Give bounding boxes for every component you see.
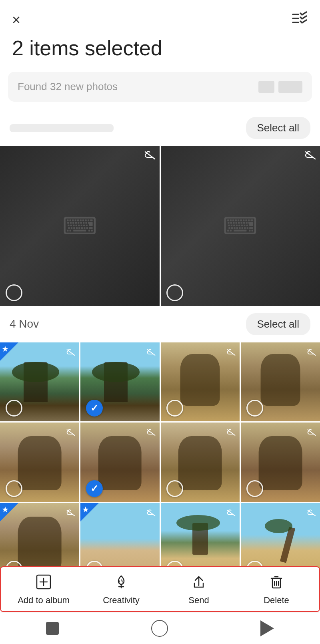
selection-circle[interactable] <box>166 400 183 417</box>
section-header-2: 4 Nov Select all <box>0 306 320 342</box>
creativity-button[interactable]: Creativity <box>82 574 160 606</box>
selection-circle[interactable] <box>6 480 22 497</box>
cloud-off-icon <box>147 346 156 359</box>
selection-circle[interactable] <box>86 400 103 417</box>
photo-cell[interactable] <box>161 423 240 502</box>
select-all-button-2[interactable]: Select all <box>246 313 311 335</box>
cloud-off-icon <box>66 346 75 359</box>
photo-cell[interactable] <box>0 423 79 502</box>
selection-circle[interactable] <box>166 480 183 497</box>
nav-back-button[interactable] <box>260 620 274 636</box>
nav-recents-button[interactable] <box>46 622 59 635</box>
action-bar: Add to album Creativity Send <box>0 566 320 612</box>
notification-text: Found 32 new photos <box>18 80 118 93</box>
nav-back-icon <box>260 620 274 636</box>
selection-circle[interactable] <box>6 284 22 301</box>
photo-cell[interactable] <box>241 423 320 502</box>
photo-grid-section-2 <box>0 342 320 582</box>
notif-icon-1 <box>258 81 274 93</box>
section-header-1: Select all <box>0 110 320 146</box>
cloud-off-icon <box>307 427 316 439</box>
section-date: 4 Nov <box>10 318 39 330</box>
checklist-icon[interactable] <box>291 11 308 29</box>
add-to-album-button[interactable]: Add to album <box>5 574 82 606</box>
photo-cell[interactable]: ⌨ <box>0 146 160 306</box>
blurred-date-label <box>10 124 114 132</box>
notification-icons <box>258 81 302 93</box>
cloud-off-icon <box>307 346 316 359</box>
selection-circle[interactable] <box>86 480 103 497</box>
cloud-off-icon <box>227 507 236 519</box>
delete-icon <box>269 574 284 592</box>
nav-circle-icon <box>151 620 168 637</box>
photo-cell[interactable] <box>80 342 160 422</box>
cloud-off-icon <box>144 150 156 163</box>
delete-button[interactable]: Delete <box>238 574 315 606</box>
send-button[interactable]: Send <box>160 574 238 606</box>
photo-cell[interactable] <box>161 342 240 422</box>
notification-banner: Found 32 new photos <box>8 72 312 102</box>
star-badge <box>80 503 99 521</box>
creativity-label: Creativity <box>103 595 140 606</box>
cloud-off-icon <box>305 150 316 163</box>
add-to-album-label: Add to album <box>18 595 70 606</box>
nav-square-icon <box>46 622 59 635</box>
cloud-off-icon <box>227 427 236 439</box>
cloud-off-icon <box>66 507 75 519</box>
close-button[interactable]: × <box>12 13 20 27</box>
notif-icon-2 <box>278 81 302 93</box>
selection-circle[interactable] <box>166 284 183 301</box>
add-to-album-icon <box>36 574 51 592</box>
page-title: 2 items selected <box>0 33 320 72</box>
nav-home-button[interactable] <box>151 620 168 637</box>
top-bar: × <box>0 0 320 33</box>
photo-cell[interactable] <box>241 342 320 422</box>
cloud-off-icon <box>147 427 156 439</box>
photo-grid-section-1: ⌨ ⌨ <box>0 146 320 306</box>
send-icon <box>191 574 206 592</box>
select-all-button-1[interactable]: Select all <box>246 117 311 139</box>
cloud-off-icon <box>227 346 236 359</box>
send-label: Send <box>188 595 209 606</box>
cloud-off-icon <box>307 507 316 519</box>
cloud-off-icon <box>147 507 156 519</box>
star-badge <box>0 342 18 361</box>
photo-cell[interactable] <box>80 423 160 502</box>
cloud-off-icon <box>66 427 75 439</box>
photo-cell[interactable] <box>0 342 79 422</box>
creativity-icon <box>114 574 129 592</box>
nav-bar <box>0 612 320 644</box>
photo-cell[interactable]: ⌨ <box>161 146 320 306</box>
star-badge <box>0 503 18 521</box>
delete-label: Delete <box>264 595 289 606</box>
